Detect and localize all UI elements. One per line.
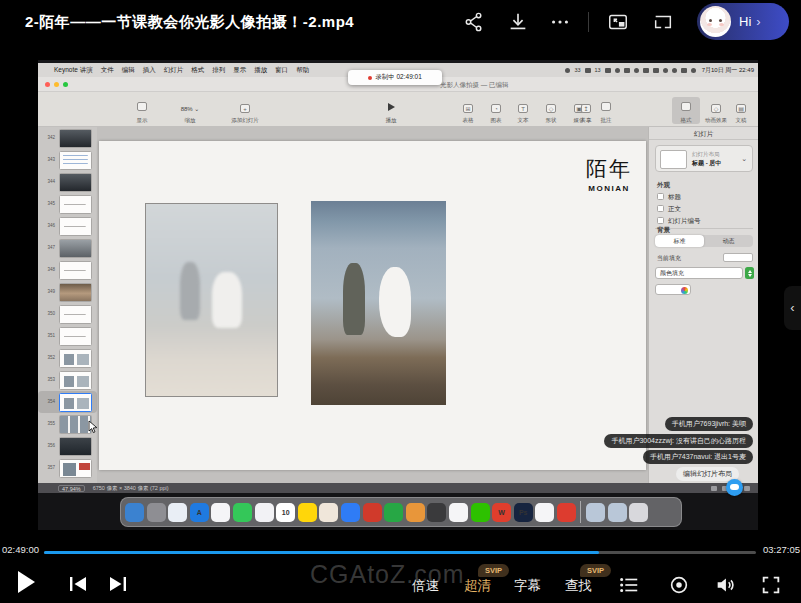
- background-segmented-control[interactable]: 标准 动态: [655, 235, 753, 247]
- slide-thumbnail[interactable]: [59, 437, 92, 456]
- canvas-zoom-level[interactable]: 47.94%: [58, 485, 85, 492]
- menu-bar-item[interactable]: 编辑: [122, 66, 135, 75]
- menu-bar-item[interactable]: 显示: [233, 66, 246, 75]
- slide-thumbnail-row[interactable]: 342: [38, 127, 97, 149]
- dock-app-icon[interactable]: 10: [276, 503, 295, 522]
- color-well[interactable]: [655, 284, 691, 295]
- share-keynote-button[interactable]: ↥ 共享: [566, 97, 606, 124]
- slide-number-checkbox[interactable]: [657, 217, 664, 224]
- close-window-button[interactable]: [45, 82, 50, 87]
- printer-status-icon[interactable]: [624, 68, 630, 73]
- slide-thumbnail-row[interactable]: 350: [38, 303, 97, 325]
- picture-in-picture-icon[interactable]: [607, 11, 629, 33]
- slide-thumbnail-row[interactable]: 351: [38, 325, 97, 347]
- dock-app-icon[interactable]: W: [492, 503, 511, 522]
- slide-photo-overexposed-couple[interactable]: [145, 203, 278, 397]
- slide-thumbnail[interactable]: [59, 305, 92, 324]
- dock-app-icon[interactable]: [147, 503, 166, 522]
- share-icon[interactable]: [463, 11, 485, 33]
- previous-video-button[interactable]: [68, 576, 88, 592]
- find-button[interactable]: 查找: [565, 577, 592, 595]
- dock-app-icon[interactable]: [449, 503, 468, 522]
- dock-app-icon[interactable]: [319, 503, 338, 522]
- dock-app-icon[interactable]: [298, 503, 317, 522]
- slide-thumbnail-row[interactable]: 346: [38, 215, 97, 237]
- playlist-icon[interactable]: [618, 574, 640, 596]
- window-status-icon[interactable]: [605, 68, 611, 73]
- slide-thumbnail[interactable]: [59, 173, 92, 192]
- side-panel-toggle[interactable]: ‹: [784, 286, 801, 330]
- dock-app-icon[interactable]: [341, 503, 360, 522]
- more-icon[interactable]: [549, 11, 571, 33]
- dock-app-icon[interactable]: [211, 503, 230, 522]
- dock-app-icon[interactable]: [363, 503, 382, 522]
- dock-app-icon[interactable]: [586, 503, 605, 522]
- menu-bar-item[interactable]: Keynote 讲演: [54, 66, 93, 75]
- zoom-dropdown[interactable]: 88% ⌄ 缩放: [170, 97, 210, 124]
- play-button[interactable]: [18, 571, 35, 593]
- screen-status-icon[interactable]: [643, 68, 649, 73]
- slide-thumbnail-row[interactable]: 349: [38, 281, 97, 303]
- slide-thumbnail-row[interactable]: 357: [38, 457, 97, 479]
- settings-icon[interactable]: [668, 574, 690, 596]
- color-fill-select[interactable]: 颜色填充: [655, 267, 743, 279]
- dock-app-icon[interactable]: [580, 501, 581, 523]
- dock-app-icon[interactable]: [406, 503, 425, 522]
- dock-app-icon[interactable]: A: [190, 503, 209, 522]
- dock-app-icon[interactable]: [168, 503, 187, 522]
- slide-thumbnail[interactable]: [59, 261, 92, 280]
- record-status-icon[interactable]: [565, 68, 570, 73]
- menu-bar-item[interactable]: 文件: [101, 66, 114, 75]
- current-fill-swatch[interactable]: [723, 253, 753, 262]
- menu-bar-item[interactable]: 排列: [212, 66, 225, 75]
- quality-button[interactable]: 超清: [464, 577, 491, 595]
- slide-thumbnail-row[interactable]: 356: [38, 435, 97, 457]
- feedback-chat-button[interactable]: [726, 479, 743, 496]
- fullscreen-icon[interactable]: [760, 574, 782, 596]
- control-center-icon[interactable]: [691, 68, 696, 73]
- dock-app-icon[interactable]: [471, 503, 490, 522]
- slide-photo-blurred-sea[interactable]: [451, 203, 586, 402]
- slide-thumbnail-row[interactable]: 352: [38, 347, 97, 369]
- dock-app-icon[interactable]: [608, 503, 627, 522]
- color-fill-stepper[interactable]: [745, 267, 754, 279]
- slide-thumbnail[interactable]: [59, 393, 92, 412]
- sync-status-icon[interactable]: [615, 68, 620, 73]
- zoom-value[interactable]: 88% ⌄: [181, 106, 200, 112]
- segment-standard[interactable]: 标准: [655, 235, 704, 247]
- slide-thumbnail[interactable]: [59, 195, 92, 214]
- dock-app-icon[interactable]: [384, 503, 403, 522]
- document-tab[interactable]: ▤ 文稿: [728, 97, 754, 124]
- dock-app-icon[interactable]: [233, 503, 252, 522]
- account-pill[interactable]: Hi ›: [697, 3, 789, 40]
- slide-thumbnail[interactable]: [59, 217, 92, 236]
- dock-app-icon[interactable]: Ps: [514, 503, 533, 522]
- slide-thumbnail-row[interactable]: 347: [38, 237, 97, 259]
- slide-thumbnail[interactable]: [59, 371, 92, 390]
- slide-thumbnail-row[interactable]: 354: [38, 391, 97, 413]
- slide-layout-dropdown[interactable]: 幻灯片布局 标题 - 居中 ⌄: [655, 145, 753, 172]
- download-icon[interactable]: [507, 11, 529, 33]
- display-status-icon[interactable]: [585, 68, 591, 73]
- cast-screen-icon[interactable]: [652, 11, 674, 33]
- menu-bar-item[interactable]: 幻灯片: [164, 66, 184, 75]
- title-checkbox[interactable]: [657, 193, 664, 200]
- spotlight-search-icon[interactable]: [672, 68, 677, 73]
- slide-thumbnail-row[interactable]: 348: [38, 259, 97, 281]
- current-slide[interactable]: 陌年 MONIAN: [99, 141, 646, 470]
- slide-thumbnail-row[interactable]: 344: [38, 171, 97, 193]
- menu-bar-item[interactable]: 播放: [254, 66, 267, 75]
- segment-dynamic[interactable]: 动态: [704, 235, 753, 247]
- dock-app-icon[interactable]: [535, 503, 554, 522]
- bluetooth-status-icon[interactable]: [634, 68, 639, 73]
- view-button[interactable]: 显示: [122, 97, 162, 124]
- subtitle-button[interactable]: 字幕: [514, 577, 541, 595]
- body-checkbox[interactable]: [657, 205, 664, 212]
- add-slide-button[interactable]: + 添加幻灯片: [221, 97, 269, 124]
- minimize-window-button[interactable]: [54, 82, 59, 87]
- menu-bar-item[interactable]: 插入: [143, 66, 156, 75]
- dock-app-icon[interactable]: [629, 503, 648, 522]
- menu-bar-item[interactable]: 窗口: [275, 66, 288, 75]
- slide-thumbnail[interactable]: [59, 239, 92, 258]
- status-tool-icon[interactable]: [744, 486, 750, 491]
